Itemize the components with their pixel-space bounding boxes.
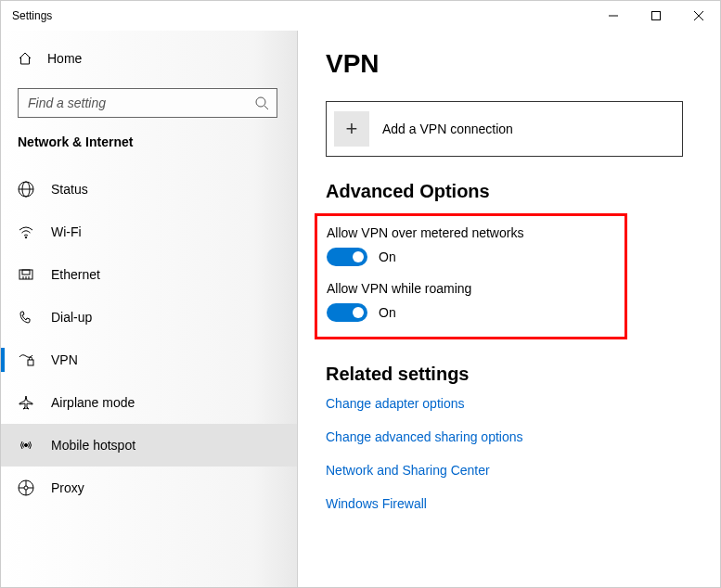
home-label: Home: [47, 51, 82, 66]
sidebar-item-status[interactable]: Status: [1, 168, 298, 211]
sidebar: Home Find a setting Network & Internet S…: [1, 31, 298, 587]
sidebar-item-proxy[interactable]: Proxy: [1, 467, 298, 509]
svg-line-5: [264, 106, 268, 109]
sidebar-item-label: Mobile hotspot: [51, 438, 135, 453]
sidebar-item-hotspot[interactable]: Mobile hotspot: [1, 424, 298, 467]
svg-rect-1: [652, 12, 661, 20]
search-icon: [254, 96, 269, 110]
status-icon: [18, 181, 34, 198]
main-content: VPN + Add a VPN connection Advanced Opti…: [298, 31, 720, 587]
dialup-icon: [18, 309, 34, 326]
wifi-icon: [18, 224, 34, 240]
airplane-icon: [18, 394, 34, 411]
search-input[interactable]: Find a setting: [18, 88, 277, 118]
sidebar-item-label: Status: [51, 182, 88, 197]
sidebar-item-label: VPN: [51, 352, 78, 367]
sidebar-item-wifi[interactable]: Wi-Fi: [1, 211, 298, 253]
close-button[interactable]: [677, 1, 720, 31]
sidebar-item-label: Ethernet: [51, 267, 100, 282]
metered-toggle[interactable]: [327, 248, 367, 266]
roaming-state: On: [379, 305, 396, 320]
settings-window: Settings Home Find a setting Network & I…: [0, 0, 721, 588]
roaming-label: Allow VPN while roaming: [327, 281, 612, 296]
proxy-icon: [18, 479, 34, 496]
link-center[interactable]: Network and Sharing Center: [326, 463, 683, 478]
link-firewall[interactable]: Windows Firewall: [326, 496, 683, 511]
sidebar-item-label: Airplane mode: [51, 395, 135, 410]
add-vpn-label: Add a VPN connection: [382, 121, 513, 136]
window-title: Settings: [12, 9, 52, 22]
search-placeholder: Find a setting: [28, 96, 254, 110]
vpn-icon: [18, 352, 34, 368]
highlight-box: Allow VPN over metered networks On Allow…: [315, 213, 627, 339]
hotspot-icon: [18, 437, 34, 454]
sidebar-item-label: Dial-up: [51, 310, 92, 325]
page-title: VPN: [326, 49, 683, 79]
metered-label: Allow VPN over metered networks: [327, 225, 612, 240]
add-vpn-button[interactable]: + Add a VPN connection: [326, 101, 683, 157]
svg-point-18: [24, 486, 28, 490]
sidebar-item-label: Wi-Fi: [51, 224, 82, 239]
sidebar-item-vpn[interactable]: VPN: [1, 339, 298, 381]
link-sharing[interactable]: Change advanced sharing options: [326, 429, 683, 444]
roaming-toggle[interactable]: [327, 303, 367, 322]
plus-icon: +: [334, 111, 369, 147]
sidebar-item-label: Proxy: [51, 480, 84, 495]
sidebar-item-ethernet[interactable]: Ethernet: [1, 253, 298, 296]
minimize-button[interactable]: [592, 1, 635, 31]
home-icon: [18, 51, 32, 66]
category-header: Network & Internet: [1, 134, 298, 149]
link-adapter[interactable]: Change adapter options: [326, 396, 683, 411]
svg-point-16: [25, 444, 28, 447]
sidebar-item-airplane[interactable]: Airplane mode: [1, 381, 298, 424]
svg-point-9: [25, 236, 27, 238]
svg-rect-11: [22, 270, 30, 275]
titlebar: Settings: [1, 1, 720, 31]
related-settings-header: Related settings: [326, 364, 683, 385]
sidebar-item-dialup[interactable]: Dial-up: [1, 296, 298, 339]
svg-rect-15: [28, 360, 33, 365]
ethernet-icon: [18, 266, 34, 283]
svg-point-4: [256, 97, 265, 107]
maximize-button[interactable]: [635, 1, 677, 31]
metered-state: On: [379, 249, 396, 264]
advanced-options-header: Advanced Options: [326, 181, 683, 202]
home-link[interactable]: Home: [1, 40, 298, 77]
